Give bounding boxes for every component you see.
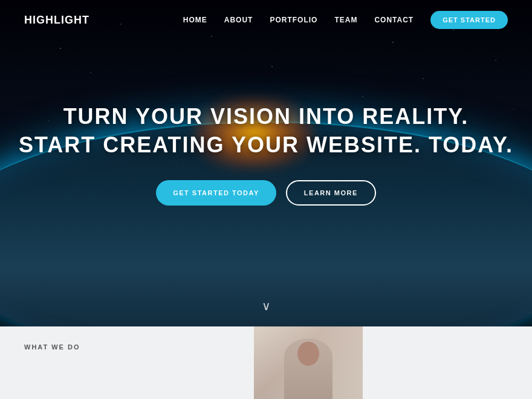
section-label-what-we-do: WHAT WE DO — [24, 343, 80, 351]
hero-title: TURN YOUR VISION INTO REALITY. START CRE… — [19, 103, 513, 160]
nav-item-portfolio[interactable]: PORTFOLIO — [270, 16, 317, 24]
hero-content: TURN YOUR VISION INTO REALITY. START CRE… — [19, 103, 513, 206]
hero-title-line2: START CREATING YOUR WEBSITE. TODAY. — [19, 132, 513, 157]
get-started-today-button[interactable]: GET STARTED TODAY — [156, 180, 276, 206]
logo: HIGHLIGHT — [24, 14, 89, 27]
navigation: HOME ABOUT PORTFOLIO TEAM CONTACT GET ST… — [183, 11, 508, 29]
scroll-down-indicator[interactable]: ∨ — [262, 299, 271, 313]
person-image — [254, 326, 363, 399]
hero-title-line1: TURN YOUR VISION INTO REALITY. — [63, 104, 469, 129]
nav-get-started-button[interactable]: GET STARTED — [430, 11, 508, 29]
nav-item-about[interactable]: ABOUT — [224, 16, 253, 24]
header: HIGHLIGHT HOME ABOUT PORTFOLIO TEAM CONT… — [0, 0, 532, 40]
hero-section: TURN YOUR VISION INTO REALITY. START CRE… — [0, 0, 532, 326]
nav-item-team[interactable]: TEAM — [334, 16, 357, 24]
below-hero-section: WHAT WE DO — [0, 326, 532, 399]
learn-more-button[interactable]: LEARN MORE — [286, 180, 376, 206]
office-background — [254, 326, 363, 399]
nav-item-contact[interactable]: CONTACT — [374, 16, 414, 24]
nav-item-home[interactable]: HOME — [183, 16, 207, 24]
hero-buttons: GET STARTED TODAY LEARN MORE — [19, 180, 513, 206]
